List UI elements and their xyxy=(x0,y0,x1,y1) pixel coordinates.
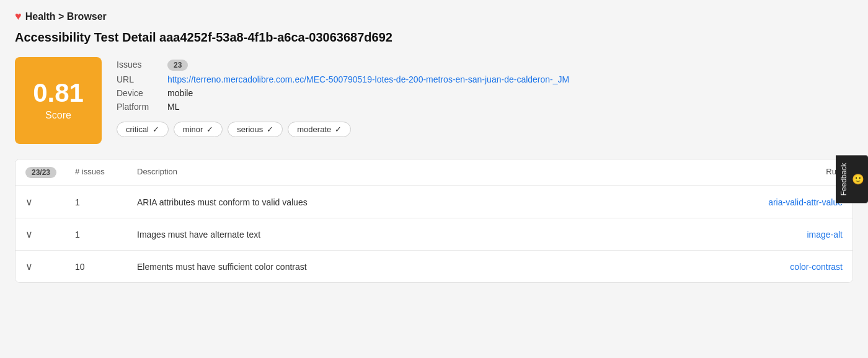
filter-chip-serious-label: serious xyxy=(237,125,263,134)
breadcrumb: ♥ Health > Browser xyxy=(15,10,853,23)
table-header: 23/23 # issues Description Rule xyxy=(16,159,852,186)
health-icon: ♥ xyxy=(15,10,22,23)
feedback-tab[interactable]: Feedback 🙂 xyxy=(836,155,868,203)
table-row: ∨ 1 Images must have alternate text imag… xyxy=(16,218,852,251)
row-rule-link-3[interactable]: color-contrast xyxy=(790,262,843,272)
page-wrapper: ♥ Health > Browser Accessibility Test De… xyxy=(0,0,868,358)
filter-chip-critical-check: ✓ xyxy=(153,125,159,134)
feedback-label: Feedback xyxy=(839,163,848,195)
row-description-1: ARIA attributes must conform to valid va… xyxy=(137,197,719,207)
platform-row: Platform ML xyxy=(117,102,569,112)
row-issues-count-2: 1 xyxy=(75,230,137,239)
score-value: 0.81 xyxy=(33,80,84,106)
table-row: ∨ 10 Elements must have sufficient color… xyxy=(16,251,852,282)
filter-chip-moderate-check: ✓ xyxy=(335,125,342,134)
device-row: Device mobile xyxy=(117,88,569,98)
filter-chip-serious-check: ✓ xyxy=(267,125,273,134)
device-label: Device xyxy=(117,88,160,98)
filter-chip-critical[interactable]: critical ✓ xyxy=(117,122,169,137)
row-expand-3[interactable]: ∨ xyxy=(25,261,75,272)
row-issues-count-3: 10 xyxy=(75,262,137,272)
filter-chip-moderate-label: moderate xyxy=(297,125,331,134)
url-label: URL xyxy=(117,74,160,84)
filter-chip-minor[interactable]: minor ✓ xyxy=(174,122,223,137)
issues-label: Issues xyxy=(117,60,160,69)
row-issues-count-1: 1 xyxy=(75,197,137,207)
table-row: ∨ 1 ARIA attributes must conform to vali… xyxy=(16,186,852,218)
url-row: URL https://terreno.mercadolibre.com.ec/… xyxy=(117,74,569,84)
chevron-down-icon[interactable]: ∨ xyxy=(25,261,33,272)
row-description-3: Elements must have sufficient color cont… xyxy=(137,262,719,272)
issues-count-badge: 23 xyxy=(167,60,188,71)
platform-value: ML xyxy=(167,102,179,112)
device-value: mobile xyxy=(167,88,193,98)
chevron-down-icon[interactable]: ∨ xyxy=(25,228,33,240)
score-label: Score xyxy=(45,110,71,121)
breadcrumb-text: Health > Browser xyxy=(25,11,107,22)
description-column-header: Description xyxy=(137,167,719,178)
platform-label: Platform xyxy=(117,102,160,112)
meta-section: 0.81 Score Issues 23 URL https://terreno… xyxy=(15,57,853,144)
url-link[interactable]: https://terreno.mercadolibre.com.ec/MEC-… xyxy=(167,74,569,84)
filter-chip-critical-label: critical xyxy=(126,125,149,134)
rule-column-header: Rule xyxy=(719,167,843,178)
filter-chip-minor-label: minor xyxy=(183,125,203,134)
meta-info: Issues 23 URL https://terreno.mercadolib… xyxy=(117,57,569,137)
filter-chips: critical ✓ minor ✓ serious ✓ moderate ✓ xyxy=(117,122,569,137)
issues-table: 23/23 # issues Description Rule ∨ 1 ARIA… xyxy=(15,159,853,283)
row-expand-2[interactable]: ∨ xyxy=(25,228,75,240)
filter-chip-moderate[interactable]: moderate ✓ xyxy=(288,122,351,137)
count-badge: 23/23 xyxy=(25,167,56,178)
row-expand-1[interactable]: ∨ xyxy=(25,196,75,208)
row-rule-link-2[interactable]: image-alt xyxy=(807,230,843,239)
chevron-down-icon[interactable]: ∨ xyxy=(25,196,33,208)
filter-chip-serious[interactable]: serious ✓ xyxy=(228,122,283,137)
count-badge-cell: 23/23 xyxy=(25,167,75,178)
row-rule-link-1[interactable]: aria-valid-attr-value xyxy=(768,197,843,207)
row-description-2: Images must have alternate text xyxy=(137,230,719,239)
issues-row: Issues 23 xyxy=(117,60,569,71)
feedback-emoji: 🙂 xyxy=(852,173,864,185)
filter-chip-minor-check: ✓ xyxy=(206,125,213,134)
page-title: Accessibility Test Detail aaa4252f-53a8-… xyxy=(15,30,853,45)
issues-column-header: # issues xyxy=(75,167,137,178)
score-box: 0.81 Score xyxy=(15,57,102,144)
